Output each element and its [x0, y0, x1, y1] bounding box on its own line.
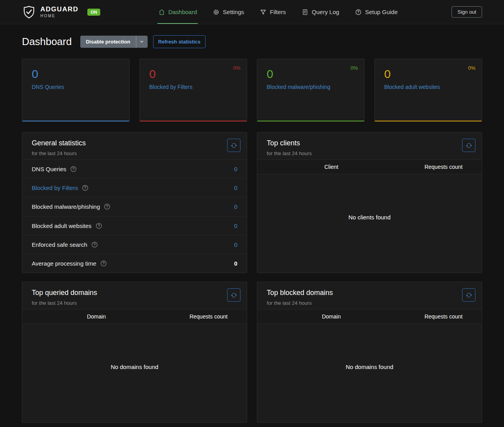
top-clients-subtitle: for the last 24 hours: [267, 150, 458, 157]
nav-setup-guide[interactable]: Setup Guide: [354, 0, 398, 24]
card-blocked-adult-percent: 0%: [468, 65, 475, 71]
card-blocked-adult-label[interactable]: Blocked adult websites: [384, 84, 472, 90]
brand-product: HOME: [40, 14, 78, 18]
top-queried-domains-empty-message: No domains found: [22, 324, 247, 422]
brand-name: ADGUARD: [40, 6, 78, 13]
help-icon[interactable]: [70, 165, 77, 173]
top-blocked-domains-panel: Top blocked domains for the last 24 hour…: [257, 282, 482, 423]
top-clients-title: Top clients: [267, 138, 458, 148]
stat-row-avg-processing-time: Average processing time 0: [22, 254, 247, 273]
refresh-icon: [231, 292, 237, 298]
card-blocked-malware-value: 0: [267, 67, 355, 81]
stat-avg-time-value: 0: [234, 260, 237, 267]
nav-query-log-label: Filters: [270, 9, 286, 15]
help-icon[interactable]: [100, 260, 107, 267]
general-statistics-panel: General statistics for the last 24 hours…: [22, 132, 247, 273]
column-header-requests-count: Requests count: [170, 313, 247, 320]
help-icon[interactable]: [103, 203, 111, 210]
top-queried-domains-refresh-button[interactable]: [227, 288, 240, 302]
page-head: Dashboard Disable protection Refresh sta…: [22, 34, 482, 49]
card-blocked-by-filters-label[interactable]: Blocked by Filters: [149, 84, 237, 90]
general-statistics-refresh-button[interactable]: [227, 139, 240, 152]
main-content: Dashboard Disable protection Refresh sta…: [0, 34, 504, 423]
top-clients-table-header: Client Requests count: [257, 160, 482, 174]
stat-row-blocked-adult: Blocked adult websites 0: [22, 217, 247, 235]
nav-query-log[interactable]: Query Log: [301, 0, 340, 24]
nav-query-log-label: Query Log: [312, 9, 339, 15]
stat-blocked-filters-label[interactable]: Blocked by Filters: [32, 185, 78, 191]
top-blocked-domains-empty-message: No domains found: [257, 324, 482, 422]
protection-status-badge: ON: [87, 9, 100, 16]
home-icon: [158, 9, 165, 16]
refresh-icon: [466, 143, 472, 148]
stat-row-safe-search: Enforced safe search 0: [22, 235, 247, 254]
sign-out-button[interactable]: Sign out: [452, 6, 482, 18]
panels-row-2: Top queried domains for the last 24 hour…: [22, 282, 482, 423]
stat-avg-time-label: Average processing time: [32, 260, 96, 267]
nav-dashboard[interactable]: Dashboard: [157, 0, 198, 24]
column-header-domain: Domain: [22, 313, 170, 320]
card-blocked-malware-label[interactable]: Blocked malware/phishing: [267, 84, 355, 90]
top-queried-domains-panel: Top queried domains for the last 24 hour…: [22, 282, 247, 423]
stat-blocked-adult-label: Blocked adult websites: [32, 223, 92, 229]
chevron-down-icon: [139, 39, 144, 44]
card-dns-queries-label[interactable]: DNS Queries: [32, 84, 120, 90]
refresh-icon: [231, 143, 237, 148]
help-icon[interactable]: [81, 184, 89, 192]
refresh-statistics-button[interactable]: Refresh statistics: [153, 35, 206, 48]
page-title: Dashboard: [22, 36, 72, 48]
card-blocked-adult-value: 0: [384, 67, 472, 81]
stat-dns-queries-value: 0: [234, 166, 237, 172]
card-blocked-by-filters-value: 0: [149, 67, 237, 81]
question-circle-icon: [355, 9, 362, 16]
nav-filters[interactable]: Filters: [259, 0, 287, 24]
stat-blocked-filters-value: 0: [234, 185, 237, 191]
stat-dns-queries-label: DNS Queries: [32, 166, 66, 172]
top-queried-domains-table-header: Domain Requests count: [22, 309, 247, 324]
column-header-client: Client: [257, 164, 405, 170]
document-icon: [302, 9, 309, 16]
stat-safe-search-value: 0: [234, 241, 237, 248]
disable-protection-dropdown-toggle[interactable]: [136, 36, 148, 48]
nav-dashboard-label: Dashboard: [168, 9, 197, 15]
stat-row-dns-queries: DNS Queries 0: [22, 160, 247, 179]
card-blocked-by-filters: 0 Blocked by Filters 0%: [139, 59, 247, 121]
column-header-requests-count: Requests count: [405, 313, 482, 320]
stat-blocked-malware-value: 0: [234, 203, 237, 210]
help-icon[interactable]: [95, 222, 103, 230]
stat-safe-search-label: Enforced safe search: [32, 241, 87, 248]
top-blocked-domains-table-header: Domain Requests count: [257, 309, 482, 324]
gear-icon: [213, 9, 220, 16]
panels-row-1: General statistics for the last 24 hours…: [22, 132, 482, 273]
top-blocked-domains-subtitle: for the last 24 hours: [267, 299, 458, 307]
stat-cards: 0 DNS Queries 0 Blocked by Filters 0% 0 …: [22, 59, 482, 121]
top-clients-empty-message: No clients found: [257, 174, 482, 273]
column-header-domain: Domain: [257, 313, 405, 320]
card-dns-queries: 0 DNS Queries: [22, 59, 130, 121]
nav-setup-guide-label: Setup Guide: [365, 9, 397, 15]
column-header-requests-count: Requests count: [405, 164, 482, 170]
nav-settings[interactable]: Settings: [212, 0, 245, 24]
top-clients-panel: Top clients for the last 24 hours Client…: [257, 132, 482, 273]
general-statistics-subtitle: for the last 24 hours: [32, 150, 223, 157]
stat-blocked-malware-label: Blocked malware/phishing: [32, 203, 100, 210]
refresh-icon: [466, 292, 472, 298]
top-clients-refresh-button[interactable]: [462, 139, 475, 152]
app-header: ADGUARD HOME ON Dashboard Settings Filte…: [0, 0, 504, 24]
general-statistics-title: General statistics: [32, 138, 223, 148]
adguard-shield-icon: [22, 5, 36, 19]
stat-blocked-adult-value: 0: [234, 223, 237, 229]
stat-row-blocked-malware: Blocked malware/phishing 0: [22, 197, 247, 216]
disable-protection-button[interactable]: Disable protection: [80, 36, 135, 48]
card-dns-queries-value: 0: [32, 67, 120, 81]
help-icon[interactable]: [91, 241, 98, 248]
top-queried-domains-subtitle: for the last 24 hours: [32, 299, 223, 307]
funnel-icon: [260, 9, 267, 16]
disable-protection-split-button: Disable protection: [80, 36, 147, 48]
main-nav: Dashboard Settings Filters Query Log: [104, 0, 452, 24]
top-blocked-domains-refresh-button[interactable]: [462, 288, 475, 302]
top-queried-domains-title: Top queried domains: [32, 288, 223, 298]
card-blocked-adult: 0 Blocked adult websites 0%: [374, 59, 482, 121]
nav-settings-label: Settings: [223, 9, 244, 15]
card-blocked-malware-percent: 0%: [350, 65, 358, 71]
